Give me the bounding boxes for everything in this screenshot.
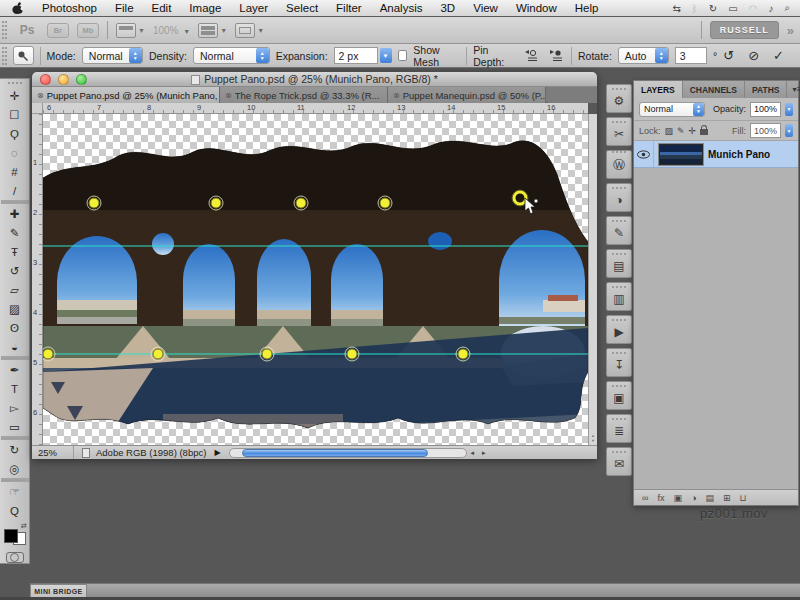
dock-panel-button[interactable]: Ⓦ xyxy=(606,150,632,179)
panel-menu-icon[interactable]: ▾≡ xyxy=(787,81,800,98)
opacity-dropdown-icon[interactable]: ▼ xyxy=(785,103,793,116)
menu-status-icon[interactable]: ▭ xyxy=(728,3,737,14)
lock-transparency-icon[interactable]: ▨ xyxy=(665,126,674,136)
lock-pixels-icon[interactable]: ✎ xyxy=(677,126,685,136)
horizontal-ruler[interactable]: 67891011121314151617 xyxy=(43,103,588,114)
menu-item[interactable]: Edit xyxy=(143,2,181,14)
fill-dropdown-icon[interactable]: ▼ xyxy=(785,124,793,137)
arrange-documents-button[interactable]: ▼ xyxy=(198,23,227,38)
panel-tab[interactable]: PATHS xyxy=(745,81,788,98)
tool-button[interactable]: ▭ xyxy=(1,417,29,436)
cancel-warp-button[interactable]: ⊘ xyxy=(748,48,759,63)
menu-status-icon[interactable]: ⇆ xyxy=(672,3,680,14)
puppet-warp-pin[interactable] xyxy=(153,349,163,359)
tool-button[interactable]: ▨ xyxy=(1,299,29,318)
ruler-origin[interactable] xyxy=(32,103,43,114)
scrollbar-arrows[interactable]: ◂ ▸ xyxy=(471,449,489,457)
puppet-warp-pin[interactable] xyxy=(380,198,390,208)
document-tab[interactable]: ⊗ Puppet Manequin.psd @ 50% (P... xyxy=(388,87,546,103)
dock-panel-button[interactable]: ▤ xyxy=(606,249,632,278)
document-titlebar[interactable]: Puppet Pano.psd @ 25% (Munich Pano, RGB/… xyxy=(32,72,597,87)
menu-status-icon[interactable]: ᛒ xyxy=(692,3,698,14)
quick-mask-button[interactable] xyxy=(6,552,24,563)
puppet-warp-pin[interactable] xyxy=(458,349,468,359)
show-mesh-checkbox[interactable] xyxy=(398,50,408,61)
munich-pano-image[interactable] xyxy=(43,114,588,445)
menu-item[interactable]: View xyxy=(464,2,507,14)
layer-visibility-toggle[interactable] xyxy=(634,141,654,167)
zoom-percentage-field[interactable]: 25% xyxy=(32,446,74,459)
tool-button[interactable]: Ϙ xyxy=(1,124,29,143)
tool-button[interactable]: ◌ xyxy=(1,143,29,162)
tool-button[interactable]: # xyxy=(1,162,29,181)
reset-warp-button[interactable]: ↺ xyxy=(723,48,734,63)
menu-item[interactable]: Help xyxy=(566,2,608,14)
vertical-scrollbar[interactable] xyxy=(588,114,597,445)
layer-row-munich-pano[interactable]: Munich Pano xyxy=(634,141,798,168)
zoom-level-control[interactable]: 100% ▼ xyxy=(153,25,190,36)
layer-thumbnail[interactable] xyxy=(659,144,703,165)
mini-bridge-tab[interactable]: MINI BRIDGE xyxy=(30,584,87,598)
fill-field[interactable]: 100% xyxy=(750,123,781,138)
dock-panel-button[interactable]: ✉ xyxy=(606,447,632,476)
tool-button[interactable]: ʘ xyxy=(1,318,29,337)
tool-button[interactable]: ↺ xyxy=(1,261,29,280)
lock-position-icon[interactable]: ✛ xyxy=(689,126,697,136)
tool-button[interactable]: Q xyxy=(1,501,29,520)
rotate-popup[interactable]: Auto▲▼ xyxy=(618,47,669,64)
layers-bottom-icon[interactable]: ⊞ xyxy=(723,493,731,503)
screen-mode-button[interactable]: ▼ xyxy=(235,23,264,38)
pin-depth-backward-button[interactable] xyxy=(546,47,565,64)
scrollbar-thumb[interactable] xyxy=(242,449,428,457)
dock-panel-button[interactable]: ▣ xyxy=(606,381,632,410)
tool-button[interactable]: ▱ xyxy=(1,280,29,299)
status-options-arrow[interactable]: ▶ xyxy=(214,448,220,457)
tool-button[interactable]: Ŧ xyxy=(1,242,29,261)
opacity-field[interactable]: 100% xyxy=(750,102,781,117)
menu-status-icon[interactable]: ♪ xyxy=(768,3,773,14)
menu-item[interactable]: Analysis xyxy=(371,2,432,14)
menu-item[interactable]: Window xyxy=(507,2,566,14)
dock-panel-button[interactable]: ▥ xyxy=(606,282,632,311)
tool-button[interactable]: ▻ xyxy=(1,398,29,417)
optionsbar-grip[interactable] xyxy=(2,47,7,65)
layers-bottom-icon[interactable]: ▤ xyxy=(705,493,714,503)
puppet-warp-pin[interactable] xyxy=(89,198,99,208)
panel-tab[interactable]: LAYERS xyxy=(634,81,683,98)
menu-item[interactable]: Filter xyxy=(327,2,371,14)
menu-item[interactable]: Image xyxy=(180,2,230,14)
appbar-grip[interactable] xyxy=(2,21,7,39)
cs-live-chevrons-icon[interactable]: » xyxy=(787,23,792,38)
menu-item[interactable]: Photoshop xyxy=(33,2,106,14)
tool-button[interactable]: ◒ xyxy=(1,337,29,356)
tab-close-icon[interactable]: ⊗ xyxy=(393,91,400,100)
tool-button[interactable]: ✒ xyxy=(1,360,29,379)
horizontal-scrollbar[interactable] xyxy=(229,448,467,458)
menu-item[interactable]: 3D xyxy=(431,2,464,14)
view-extras-button[interactable]: ▼ xyxy=(116,23,145,38)
commit-warp-button[interactable]: ✓ xyxy=(773,48,784,63)
apple-menu[interactable] xyxy=(0,2,33,15)
document-tab[interactable]: ⊗ Puppet Pano.psd @ 25% (Munich Pano, RG… xyxy=(32,87,220,103)
layers-bottom-icon[interactable]: fx xyxy=(657,493,664,503)
dock-panel-button[interactable]: ✂ xyxy=(606,117,632,146)
document-tab[interactable]: ⊗ The Rope Trick.psd @ 33.3% (R... xyxy=(220,87,388,103)
menu-item[interactable]: File xyxy=(106,2,143,14)
menu-item[interactable]: Layer xyxy=(230,2,277,14)
dock-panel-button[interactable]: ⚙ xyxy=(606,84,632,113)
tool-button[interactable]: / xyxy=(1,181,29,200)
mode-popup[interactable]: Normal▲▼ xyxy=(82,47,143,64)
pin-depth-forward-button[interactable] xyxy=(521,47,540,64)
rotation-angle-field[interactable]: 3 xyxy=(675,47,707,64)
menu-status-icon[interactable]: ◠ xyxy=(749,3,758,14)
menu-status-icon[interactable]: ↻ xyxy=(709,3,717,14)
color-swatches[interactable]: ⇄ xyxy=(3,524,27,546)
tool-button[interactable]: ✚ xyxy=(1,204,29,223)
tool-button[interactable]: ☞ xyxy=(1,482,29,501)
tool-button[interactable]: ✎ xyxy=(1,223,29,242)
launch-bridge-button[interactable]: Br xyxy=(47,23,69,38)
layers-bottom-icon[interactable]: ◑ xyxy=(691,493,696,503)
layers-bottom-icon[interactable]: ∞ xyxy=(642,493,648,503)
layers-bottom-icon[interactable]: ⊔ xyxy=(739,493,746,503)
tool-button[interactable]: ☐ xyxy=(1,105,29,124)
